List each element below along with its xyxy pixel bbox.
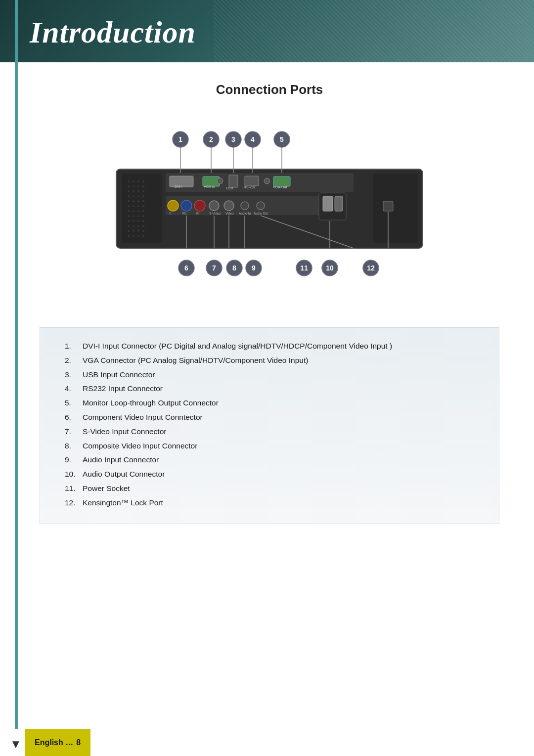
svg-point-28 xyxy=(133,210,134,212)
svg-text:DVI-I: DVI-I xyxy=(175,185,182,188)
svg-point-62 xyxy=(217,178,223,184)
svg-point-17 xyxy=(137,195,139,197)
svg-rect-58 xyxy=(245,176,259,186)
svg-point-21 xyxy=(137,200,139,202)
connection-diagram: DVI-I VGA-In USB RS-232 VGA-Out xyxy=(96,115,443,303)
svg-rect-51 xyxy=(166,173,354,192)
svg-point-27 xyxy=(128,210,130,212)
item-number: 8. xyxy=(65,440,79,452)
svg-point-36 xyxy=(133,220,134,222)
svg-point-67 xyxy=(194,200,205,211)
svg-text:USB: USB xyxy=(226,186,233,190)
svg-point-45 xyxy=(137,230,139,232)
svg-text:12: 12 xyxy=(367,264,375,272)
svg-text:S-Video: S-Video xyxy=(209,212,221,215)
svg-point-75 xyxy=(241,202,249,210)
item-text: Kensington™ Lock Port xyxy=(83,497,163,509)
svg-point-10 xyxy=(142,185,144,187)
svg-point-49 xyxy=(137,235,139,237)
list-item: 2. VGA Connector (PC Analog Signal/HDTV/… xyxy=(65,355,479,367)
connector-list: 1. DVI-I Input Connector (PC Digital and… xyxy=(65,340,479,509)
list-item: 5. Monitor Loop-through Output Connector xyxy=(65,397,479,409)
list-item: 7. S-Video Input Connector xyxy=(65,426,479,438)
list-item: 1. DVI-I Input Connector (PC Digital and… xyxy=(65,340,479,353)
svg-point-37 xyxy=(137,220,139,222)
svg-rect-1 xyxy=(122,174,162,243)
svg-point-14 xyxy=(142,190,144,192)
svg-point-71 xyxy=(209,201,219,211)
svg-point-35 xyxy=(128,220,130,222)
svg-text:VGA-In: VGA-In xyxy=(204,185,215,188)
down-arrow-icon: ▼ xyxy=(10,738,22,751)
svg-text:10: 10 xyxy=(326,264,334,272)
item-text: Composite Video Input Connector xyxy=(83,440,197,452)
svg-point-11 xyxy=(128,190,130,192)
item-text: Component Video Input Conntector xyxy=(83,411,203,424)
svg-text:RS-232: RS-232 xyxy=(244,185,256,189)
svg-rect-2 xyxy=(373,174,418,243)
svg-rect-60 xyxy=(273,177,290,186)
list-item: 12. Kensington™ Lock Port xyxy=(65,497,479,509)
svg-point-18 xyxy=(142,195,144,197)
svg-point-41 xyxy=(137,225,139,227)
svg-point-29 xyxy=(137,210,139,212)
svg-point-5 xyxy=(137,180,139,182)
main-content: Connection Ports xyxy=(0,62,534,564)
item-number: 5. xyxy=(65,397,79,409)
list-item: 11. Power Socket xyxy=(65,483,479,495)
svg-point-24 xyxy=(133,205,134,207)
svg-point-73 xyxy=(224,201,234,211)
svg-point-65 xyxy=(168,200,178,211)
item-number: 12. xyxy=(65,497,79,509)
svg-point-8 xyxy=(133,185,134,187)
list-item: 4. RS232 Input Connector xyxy=(65,383,479,395)
svg-point-46 xyxy=(142,230,144,232)
svg-point-32 xyxy=(133,215,134,217)
svg-text:2: 2 xyxy=(209,135,213,143)
list-item: 8. Composite Video Input Connector xyxy=(65,440,479,452)
svg-point-47 xyxy=(128,235,130,237)
svg-point-50 xyxy=(142,235,144,237)
item-number: 6. xyxy=(65,411,79,424)
svg-point-77 xyxy=(257,202,265,210)
svg-point-42 xyxy=(142,225,144,227)
item-number: 3. xyxy=(65,369,79,381)
svg-point-38 xyxy=(142,220,144,222)
svg-point-39 xyxy=(128,225,130,227)
svg-point-13 xyxy=(137,190,139,192)
svg-text:Pb: Pb xyxy=(182,212,186,215)
svg-text:7: 7 xyxy=(212,264,216,272)
svg-text:Y: Y xyxy=(169,212,172,215)
svg-point-26 xyxy=(142,205,144,207)
svg-text:VGA-Out: VGA-Out xyxy=(273,185,287,189)
footer-arrow-section: ▼ xyxy=(0,729,25,756)
svg-point-44 xyxy=(133,230,134,232)
svg-point-12 xyxy=(133,190,134,192)
footer-language-badge: English … 8 xyxy=(25,729,90,756)
svg-point-7 xyxy=(128,185,130,187)
list-item: 10. Audio Output Connector xyxy=(65,468,479,481)
svg-point-22 xyxy=(142,200,144,202)
svg-rect-56 xyxy=(229,175,238,187)
svg-point-9 xyxy=(137,185,139,187)
svg-rect-82 xyxy=(383,201,393,211)
item-number: 4. xyxy=(65,383,79,395)
diagram-container: DVI-I VGA-In USB RS-232 VGA-Out xyxy=(40,115,499,303)
item-text: Audio Output Connector xyxy=(83,468,165,481)
page-title: Introduction xyxy=(30,15,504,50)
svg-point-48 xyxy=(133,235,134,237)
svg-text:Audio-Out: Audio-Out xyxy=(254,212,268,215)
section-title: Connection Ports xyxy=(40,82,499,97)
svg-point-66 xyxy=(181,200,192,211)
item-text: USB Input Connector xyxy=(83,369,155,381)
svg-point-40 xyxy=(133,225,134,227)
language-text: English … xyxy=(35,738,73,747)
svg-text:9: 9 xyxy=(252,264,256,272)
page-number: 8 xyxy=(76,738,81,747)
svg-text:11: 11 xyxy=(300,264,308,272)
svg-point-63 xyxy=(264,178,270,184)
svg-text:8: 8 xyxy=(232,264,236,272)
svg-point-31 xyxy=(128,215,130,217)
item-number: 11. xyxy=(65,483,79,495)
item-number: 2. xyxy=(65,355,79,367)
